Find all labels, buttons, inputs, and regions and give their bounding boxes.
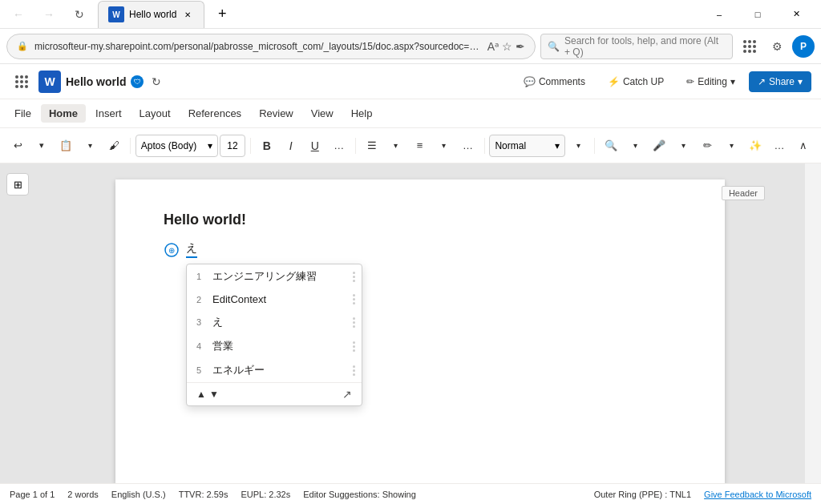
- profile-avatar[interactable]: P: [792, 35, 815, 58]
- search-caret-button[interactable]: ▾: [624, 135, 646, 157]
- menu-insert[interactable]: Insert: [87, 104, 130, 123]
- underline-button[interactable]: U: [304, 135, 326, 157]
- new-tab-button[interactable]: +: [211, 3, 233, 26]
- bold-button[interactable]: B: [256, 135, 278, 157]
- arrow-up-button[interactable]: ▲: [196, 389, 206, 400]
- status-language[interactable]: English (U.S.): [111, 490, 166, 499]
- comments-icon: 💬: [524, 76, 536, 87]
- panel-toggle-icon: ⊞: [14, 179, 22, 191]
- window-controls: – □ ✕: [701, 0, 815, 29]
- item-number-1: 1: [196, 272, 206, 281]
- word-app: W Hello world 🛡 ↻ 💬 Comments ⚡ Catch UP …: [0, 64, 821, 504]
- url-right-icons: Aᵃ ☆ ✒: [487, 40, 525, 53]
- item-text-5: エネルギー: [212, 363, 352, 377]
- dictate-caret-button[interactable]: ▾: [672, 135, 694, 157]
- word-menubar: File Home Insert Layout References Revie…: [0, 99, 821, 128]
- paragraph-button[interactable]: ≡: [409, 135, 431, 157]
- reader-mode-icon[interactable]: Aᵃ: [487, 40, 499, 53]
- undo-button[interactable]: ↩: [6, 135, 29, 157]
- autocomplete-item-5[interactable]: 5 エネルギー: [187, 358, 362, 382]
- toolbar-separator-1: [130, 138, 131, 154]
- redo-button[interactable]: ▾: [30, 135, 53, 157]
- search-box[interactable]: 🔍 Search for tools, help, and more (Alt …: [540, 34, 733, 59]
- paragraph-caret-button[interactable]: ▾: [433, 135, 455, 157]
- menu-layout[interactable]: Layout: [131, 104, 179, 123]
- toolbar-separator-4: [484, 138, 485, 154]
- bullets-button[interactable]: ☰: [361, 135, 383, 157]
- document-area: ⊞ Header Hello world! ⊕: [0, 163, 821, 483]
- paste-button[interactable]: 📋: [55, 135, 77, 157]
- format-painter-button[interactable]: 🖌: [103, 135, 125, 157]
- font-name-select[interactable]: Aptos (Body) ▾: [135, 135, 218, 157]
- url-bar[interactable]: 🔒 microsofteur-my.sharepoint.com/persona…: [6, 34, 536, 59]
- autocomplete-item-3[interactable]: 3 え: [187, 310, 362, 334]
- menu-file[interactable]: File: [6, 104, 39, 123]
- edit-icon[interactable]: ✒: [516, 40, 525, 53]
- italic-button[interactable]: I: [280, 135, 302, 157]
- right-panel: [805, 163, 821, 483]
- more-toolbar-button[interactable]: …: [768, 135, 791, 157]
- item-dots-5: [353, 365, 355, 376]
- extensions-button[interactable]: [738, 34, 762, 58]
- minimize-button[interactable]: –: [701, 0, 738, 29]
- sensitivity-button[interactable]: ✏: [696, 135, 718, 157]
- style-select[interactable]: Normal ▾: [489, 135, 565, 157]
- catchup-button[interactable]: ⚡ Catch UP: [599, 71, 673, 92]
- page-container[interactable]: Header Hello world! ⊕ え: [35, 163, 805, 483]
- editing-button[interactable]: ✏ Editing ▾: [677, 71, 744, 92]
- feedback-link[interactable]: Give Feedback to Microsoft: [704, 490, 811, 499]
- menu-references[interactable]: References: [180, 104, 249, 123]
- autocomplete-item-4[interactable]: 4 営業: [187, 334, 362, 358]
- settings-button[interactable]: ⚙: [765, 34, 789, 58]
- more-paragraph-button[interactable]: …: [457, 135, 479, 157]
- comments-button[interactable]: 💬 Comments: [515, 71, 594, 92]
- toolbar-separator-5: [594, 138, 595, 154]
- title-bar-left: ← → ↻ W Hello world ✕ +: [6, 1, 701, 28]
- share-button[interactable]: ↗ Share ▾: [749, 71, 811, 92]
- toolbar-collapse-button[interactable]: ∧: [792, 135, 815, 157]
- word-logo-icon: W: [38, 71, 61, 93]
- sensitivity-caret-button[interactable]: ▾: [720, 135, 742, 157]
- nav-refresh-button[interactable]: ↻: [67, 2, 91, 26]
- apps-launcher-button[interactable]: [10, 70, 34, 94]
- status-page: Page 1 of 1: [10, 490, 55, 499]
- menu-review[interactable]: Review: [251, 104, 301, 123]
- nav-forward-button[interactable]: →: [37, 2, 61, 26]
- more-text-button[interactable]: …: [328, 135, 350, 157]
- paste-caret-button[interactable]: ▾: [79, 135, 101, 157]
- status-eupl: EUPL: 2.32s: [241, 490, 290, 499]
- bullets-caret-button[interactable]: ▾: [385, 135, 407, 157]
- arrow-down-button[interactable]: ▼: [209, 389, 219, 400]
- title-bar: ← → ↻ W Hello world ✕ + – □ ✕: [0, 0, 821, 29]
- header-label: Header: [722, 186, 765, 200]
- autocomplete-dropdown[interactable]: 1 エンジニアリング練習 2 EditContext: [186, 264, 362, 406]
- autocomplete-item-2[interactable]: 2 EditContext: [187, 288, 362, 310]
- address-bar: 🔒 microsofteur-my.sharepoint.com/persona…: [0, 29, 821, 64]
- favorites-icon[interactable]: ☆: [502, 40, 512, 53]
- font-size-select[interactable]: 12: [220, 135, 245, 157]
- menu-home[interactable]: Home: [41, 104, 86, 123]
- close-button[interactable]: ✕: [778, 0, 815, 29]
- browser-tab[interactable]: W Hello world ✕: [98, 1, 204, 28]
- style-gallery-button[interactable]: ▾: [567, 135, 589, 157]
- menu-help[interactable]: Help: [343, 104, 381, 123]
- footer-link-icon[interactable]: ↗: [342, 388, 352, 401]
- share-icon: ↗: [758, 76, 766, 87]
- designer-button[interactable]: ✨: [744, 135, 766, 157]
- dictate-button[interactable]: 🎤: [648, 135, 670, 157]
- catchup-icon: ⚡: [608, 76, 620, 87]
- sync-refresh-button[interactable]: ↻: [148, 72, 164, 91]
- sidebar-toggle-area: ⊞: [0, 163, 35, 483]
- search-icon: 🔍: [548, 41, 560, 52]
- sidebar-toggle-button[interactable]: ⊞: [6, 173, 29, 196]
- item-dots-3: [353, 317, 355, 328]
- status-ttvr: TTVR: 2.59s: [179, 490, 229, 499]
- document-page: Header Hello world! ⊕ え: [115, 179, 725, 483]
- nav-back-button[interactable]: ←: [6, 2, 30, 26]
- autocomplete-item-1[interactable]: 1 エンジニアリング練習: [187, 264, 362, 288]
- maximize-button[interactable]: □: [739, 0, 776, 29]
- menu-view[interactable]: View: [303, 104, 342, 123]
- svg-text:⊕: ⊕: [168, 246, 175, 255]
- tab-close-button[interactable]: ✕: [181, 8, 194, 21]
- search-toolbar-button[interactable]: 🔍: [600, 135, 622, 157]
